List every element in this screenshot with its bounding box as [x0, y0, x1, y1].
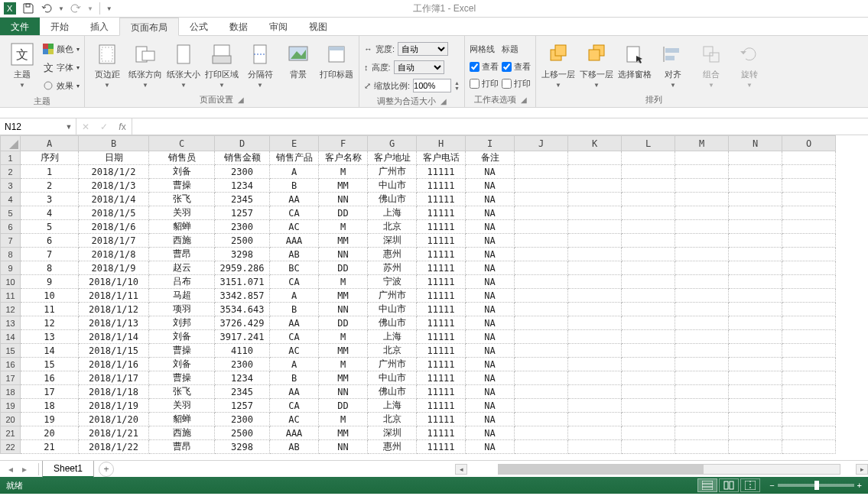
cell[interactable]	[729, 289, 782, 303]
chevron-down-icon[interactable]: ▼	[63, 123, 75, 131]
cell[interactable]: 北京	[368, 344, 417, 358]
cell[interactable]	[782, 220, 836, 234]
cell[interactable]: 4	[21, 206, 79, 220]
cell[interactable]	[729, 413, 782, 426]
cell[interactable]	[515, 330, 568, 344]
cell[interactable]: NA	[466, 330, 515, 344]
cell[interactable]: 上海	[368, 399, 417, 413]
cell[interactable]: 客户地址	[368, 151, 417, 165]
cell[interactable]	[729, 371, 782, 385]
col-header[interactable]: D	[215, 136, 270, 151]
cell[interactable]: 中山市	[368, 371, 417, 385]
cell[interactable]: 3726.429	[215, 316, 270, 330]
cell[interactable]	[782, 413, 836, 426]
cell[interactable]: NA	[466, 316, 515, 330]
cell[interactable]: 21	[21, 440, 79, 454]
cell[interactable]: 北京	[368, 220, 417, 234]
cell[interactable]	[729, 399, 782, 413]
view-page-layout-icon[interactable]	[719, 478, 739, 492]
cell[interactable]: DD	[319, 399, 368, 413]
cell[interactable]: 2959.286	[215, 261, 270, 275]
row-header[interactable]: 21	[1, 426, 21, 440]
cell[interactable]: 2300	[215, 220, 270, 234]
cell[interactable]: 19	[21, 413, 79, 426]
cell[interactable]	[675, 165, 729, 179]
cell[interactable]: 貂蝉	[149, 220, 215, 234]
cell[interactable]: 西施	[149, 426, 215, 440]
cell[interactable]: 刘备	[149, 330, 215, 344]
cell[interactable]	[675, 316, 729, 330]
tab-1[interactable]: 插入	[80, 18, 119, 35]
cell[interactable]: MM	[319, 371, 368, 385]
dialog-launcher-icon[interactable]: ◢	[441, 97, 447, 105]
cell[interactable]: 2300	[215, 165, 270, 179]
cell[interactable]: A	[270, 289, 319, 303]
cell[interactable]: 5	[21, 220, 79, 234]
cell[interactable]: MM	[319, 234, 368, 248]
col-header[interactable]: E	[270, 136, 319, 151]
cell[interactable]	[782, 385, 836, 399]
cell[interactable]: 北京	[368, 413, 417, 426]
cell[interactable]: 2018/1/20	[79, 413, 149, 426]
cell[interactable]	[729, 426, 782, 440]
tab-5[interactable]: 审阅	[258, 18, 298, 35]
cell[interactable]	[568, 275, 622, 289]
rotate-button[interactable]: 旋转▼	[732, 37, 767, 91]
cell[interactable]: 15	[21, 358, 79, 371]
cell[interactable]: 1	[21, 165, 79, 179]
row-header[interactable]: 3	[1, 179, 21, 193]
cell[interactable]	[729, 344, 782, 358]
cell[interactable]	[568, 165, 622, 179]
cell[interactable]: NN	[319, 440, 368, 454]
cell[interactable]: 11	[21, 303, 79, 316]
cell[interactable]: 苏州	[368, 261, 417, 275]
col-header[interactable]: A	[21, 136, 79, 151]
cell[interactable]: 13	[21, 330, 79, 344]
name-box-input[interactable]	[0, 122, 63, 132]
cell[interactable]	[622, 316, 675, 330]
cell[interactable]	[675, 248, 729, 261]
cell[interactable]: A	[270, 358, 319, 371]
cell[interactable]	[515, 358, 568, 371]
tab-file[interactable]: 文件	[0, 18, 40, 35]
cell[interactable]	[782, 289, 836, 303]
cell[interactable]	[782, 206, 836, 220]
col-header[interactable]: M	[675, 136, 729, 151]
cell[interactable]	[782, 261, 836, 275]
cell[interactable]	[782, 303, 836, 316]
cell[interactable]: 项羽	[149, 303, 215, 316]
cell[interactable]: 11111	[417, 358, 466, 371]
cell[interactable]: M	[319, 330, 368, 344]
cell[interactable]: B	[270, 179, 319, 193]
cell[interactable]: CA	[270, 275, 319, 289]
cell[interactable]	[622, 206, 675, 220]
print-titles-button[interactable]: 打印标题	[319, 37, 354, 91]
cell[interactable]: 11111	[417, 316, 466, 330]
cell[interactable]: 2500	[215, 426, 270, 440]
cell[interactable]: 2500	[215, 234, 270, 248]
cell[interactable]	[568, 289, 622, 303]
cell[interactable]: 深圳	[368, 234, 417, 248]
cell[interactable]: NA	[466, 399, 515, 413]
cell[interactable]	[568, 261, 622, 275]
cell[interactable]: 赵云	[149, 261, 215, 275]
cell[interactable]	[568, 234, 622, 248]
cell[interactable]: AC	[270, 344, 319, 358]
tab-6[interactable]: 视图	[298, 18, 338, 35]
cell[interactable]	[675, 399, 729, 413]
cell[interactable]	[622, 440, 675, 454]
cell[interactable]: M	[319, 165, 368, 179]
cell[interactable]: 2	[21, 179, 79, 193]
cell[interactable]: CA	[270, 206, 319, 220]
cell[interactable]: 广州市	[368, 289, 417, 303]
col-header[interactable]: K	[568, 136, 622, 151]
cell[interactable]: 惠州	[368, 440, 417, 454]
cell[interactable]	[622, 165, 675, 179]
cell[interactable]	[675, 371, 729, 385]
cell[interactable]	[622, 344, 675, 358]
cell[interactable]	[729, 151, 782, 165]
cell[interactable]	[622, 371, 675, 385]
cell[interactable]: 宁波	[368, 275, 417, 289]
cell[interactable]: DD	[319, 316, 368, 330]
cell[interactable]: CA	[270, 330, 319, 344]
